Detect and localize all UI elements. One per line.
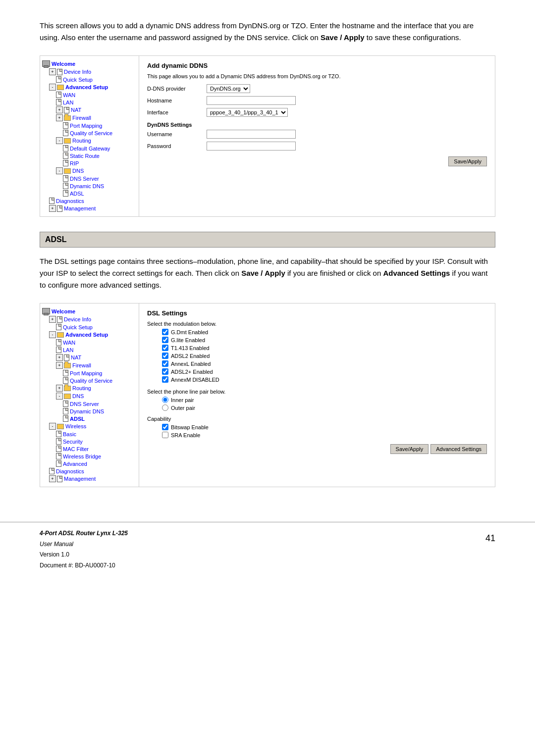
nav-rip-label-1[interactable]: RIP [70, 160, 79, 166]
nav-nat-label-1[interactable]: NAT [71, 107, 81, 113]
nav-static-route-label-1[interactable]: Static Route [70, 153, 100, 159]
nav-management-label-1[interactable]: Management [64, 205, 96, 211]
dsl-advanced-settings-button[interactable]: Advanced Settings [430, 444, 487, 454]
nav-mac-filter-label-2[interactable]: MAC Filter [63, 446, 89, 452]
nav-management-1[interactable]: Management [49, 204, 137, 212]
expand-icon-advanced-2[interactable] [49, 331, 56, 338]
dsl-checkbox-6[interactable] [162, 376, 168, 383]
nav-qos-2[interactable]: Quality of Service [63, 377, 137, 384]
nav-nat-label-2[interactable]: NAT [71, 354, 81, 360]
nav-welcome-label-1[interactable]: Welcome [52, 61, 75, 67]
nav-wireless-basic-label-2[interactable]: Basic [63, 431, 76, 437]
ddns-hostname-input[interactable] [207, 96, 296, 105]
ddns-save-apply-button[interactable]: Save/Apply [448, 156, 487, 166]
nav-management-2[interactable]: Management [49, 475, 137, 483]
nav-wireless-bridge-2[interactable]: Wireless Bridge [56, 453, 137, 460]
nav-qos-label-2[interactable]: Quality of Service [70, 378, 112, 384]
dsl-checkbox-0[interactable] [162, 329, 168, 335]
nav-wireless-advanced-2[interactable]: Advanced [56, 460, 137, 467]
nav-qos-1[interactable]: Quality of Service [63, 129, 137, 137]
nav-dynamic-dns-label-2[interactable]: Dynamic DNS [70, 408, 104, 414]
dsl-checkbox-2[interactable] [162, 345, 168, 351]
nav-device-info-1[interactable]: Device Info [49, 68, 137, 76]
ddns-interface-select[interactable]: pppoe_3_40_1/ppp_3_40_1 [207, 108, 288, 117]
nav-management-label-2[interactable]: Management [64, 476, 96, 482]
ddns-username-input[interactable] [207, 130, 296, 139]
expand-icon-device-1[interactable] [49, 68, 56, 75]
nav-qos-label-1[interactable]: Quality of Service [70, 130, 112, 136]
dsl-checkbox-4[interactable] [162, 360, 168, 367]
nav-default-gateway-label-1[interactable]: Default Gateway [70, 146, 110, 151]
expand-icon-mgmt-2[interactable] [49, 475, 56, 482]
expand-icon-nat-2[interactable] [56, 354, 63, 361]
expand-icon-dns-1[interactable] [56, 167, 63, 174]
ddns-provider-select[interactable]: DynDNS.org [207, 84, 250, 93]
nav-dns-server-label-2[interactable]: DNS Server [70, 401, 99, 407]
expand-icon-dns-2[interactable] [56, 393, 63, 400]
nav-routing-label-1[interactable]: Routing [72, 138, 91, 144]
nav-wireless-2[interactable]: Wireless [49, 422, 137, 430]
nav-port-mapping-label-1[interactable]: Port Mapping [70, 123, 102, 129]
nav-lan-2[interactable]: LAN [56, 346, 137, 353]
nav-firewall-label-1[interactable]: Firewall [72, 115, 91, 121]
nav-firewall-1[interactable]: Firewall [56, 114, 137, 122]
expand-icon-routing-1[interactable] [56, 137, 63, 144]
nav-nat-2[interactable]: NAT [56, 353, 137, 361]
nav-firewall-2[interactable]: Firewall [56, 361, 137, 369]
nav-static-route-1[interactable]: Static Route [63, 152, 137, 159]
nav-advanced-setup-label-2[interactable]: Advanced Setup [65, 332, 108, 338]
nav-adsl-2[interactable]: ADSL [63, 415, 137, 422]
expand-icon-routing-2[interactable] [56, 385, 63, 392]
dsl-checkbox-1[interactable] [162, 337, 168, 343]
nav-wireless-security-2[interactable]: Security [56, 438, 137, 445]
nav-adsl-1[interactable]: ADSL [63, 190, 137, 197]
nav-adsl-label-2[interactable]: ADSL [70, 416, 85, 422]
nav-wireless-bridge-label-2[interactable]: Wireless Bridge [63, 454, 101, 459]
expand-icon-device-2[interactable] [49, 316, 56, 323]
nav-quick-setup-label-1[interactable]: Quick Setup [63, 77, 93, 83]
nav-nat-1[interactable]: NAT [56, 106, 137, 114]
nav-lan-label-2[interactable]: LAN [63, 347, 73, 353]
nav-advanced-setup-1[interactable]: Advanced Setup [49, 83, 137, 91]
nav-diagnostics-label-1[interactable]: Diagnostics [56, 198, 84, 204]
nav-dns-server-2[interactable]: DNS Server [63, 400, 137, 407]
nav-quick-setup-1[interactable]: Quick Setup [56, 76, 137, 83]
nav-dns-label-1[interactable]: DNS [72, 168, 84, 174]
nav-lan-label-1[interactable]: LAN [63, 100, 73, 105]
nav-diagnostics-1[interactable]: Diagnostics [49, 197, 137, 204]
nav-dns-server-label-1[interactable]: DNS Server [70, 176, 99, 182]
nav-port-mapping-label-2[interactable]: Port Mapping [70, 370, 102, 376]
nav-wan-1[interactable]: WAN [56, 91, 137, 99]
ddns-password-input[interactable] [207, 142, 296, 151]
nav-diagnostics-label-2[interactable]: Diagnostics [56, 468, 84, 474]
nav-firewall-label-2[interactable]: Firewall [72, 362, 91, 368]
nav-diagnostics-2[interactable]: Diagnostics [49, 467, 137, 475]
nav-wireless-label-2[interactable]: Wireless [65, 423, 86, 429]
nav-wireless-security-label-2[interactable]: Security [63, 439, 83, 445]
nav-routing-1[interactable]: Routing [56, 137, 137, 145]
nav-wan-label-1[interactable]: WAN [63, 92, 75, 98]
nav-welcome-1[interactable]: Welcome [42, 60, 137, 67]
nav-lan-1[interactable]: LAN [56, 99, 137, 106]
dsl-checkbox-3[interactable] [162, 353, 168, 359]
nav-port-mapping-2[interactable]: Port Mapping [63, 369, 137, 377]
dsl-save-apply-button[interactable]: Save/Apply [390, 444, 429, 454]
nav-mac-filter-2[interactable]: MAC Filter [56, 445, 137, 453]
nav-device-info-2[interactable]: Device Info [49, 315, 137, 323]
nav-dns-label-2[interactable]: DNS [72, 393, 84, 399]
nav-rip-1[interactable]: RIP [63, 159, 137, 167]
nav-wireless-advanced-label-2[interactable]: Advanced [63, 461, 87, 467]
nav-wireless-basic-2[interactable]: Basic [56, 430, 137, 438]
nav-dns-2[interactable]: DNS [56, 392, 137, 400]
nav-port-mapping-1[interactable]: Port Mapping [63, 122, 137, 129]
expand-icon-firewall-1[interactable] [56, 114, 63, 121]
nav-dns-server-1[interactable]: DNS Server [63, 175, 137, 182]
nav-quick-setup-label-2[interactable]: Quick Setup [63, 324, 93, 330]
nav-routing-2[interactable]: Routing [56, 384, 137, 392]
expand-icon-advanced-1[interactable] [49, 84, 56, 91]
nav-dynamic-dns-label-1[interactable]: Dynamic DNS [70, 183, 104, 189]
nav-wan-label-2[interactable]: WAN [63, 340, 75, 346]
dsl-bitswap-checkbox[interactable] [162, 424, 168, 430]
nav-adsl-label-1[interactable]: ADSL [70, 191, 84, 197]
nav-advanced-setup-label-1[interactable]: Advanced Setup [65, 84, 108, 90]
